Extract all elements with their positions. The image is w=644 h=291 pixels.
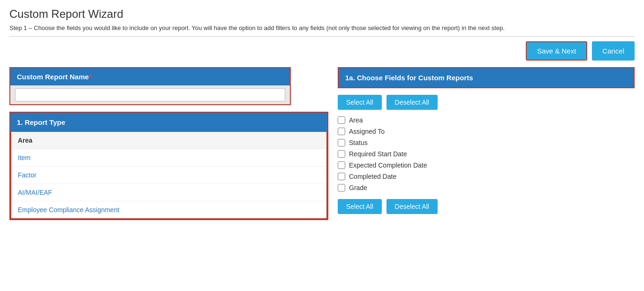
report-type-item-factor[interactable]: Factor xyxy=(11,167,326,184)
choose-fields-header: 1a. Choose Fields for Custom Reports xyxy=(339,68,634,87)
select-all-button-bottom[interactable]: Select All xyxy=(338,199,382,214)
field-label-area: Area xyxy=(349,116,363,124)
cancel-button[interactable]: Cancel xyxy=(592,41,635,61)
field-item-area: Area xyxy=(338,116,635,124)
custom-report-name-section: Custom Report Name* xyxy=(9,67,291,105)
required-marker: * xyxy=(89,73,91,81)
bottom-select-deselect-row: Select All Deselect All xyxy=(338,199,635,214)
field-checkbox-expected-completion-date[interactable] xyxy=(338,161,345,169)
field-item-required-start-date: Required Start Date xyxy=(338,150,635,158)
field-item-assigned-to: Assigned To xyxy=(338,128,635,135)
field-label-grade: Grade xyxy=(349,184,367,191)
report-type-section: 1. Report Type Area Item Factor AI/MAI/E… xyxy=(9,112,328,220)
field-label-expected-completion-date: Expected Completion Date xyxy=(349,161,427,169)
field-checkbox-completed-date[interactable] xyxy=(338,173,345,180)
save-next-button[interactable]: Save & Next xyxy=(526,41,587,61)
fields-list: Area Assigned To Status Required Start D… xyxy=(338,116,635,191)
left-panel: Custom Report Name* 1. Report Type Area … xyxy=(9,67,328,220)
report-type-list: Area Item Factor AI/MAI/EAF Employee Com… xyxy=(10,132,327,219)
custom-report-name-input[interactable] xyxy=(15,88,285,101)
field-item-grade: Grade xyxy=(338,184,635,191)
custom-report-name-input-wrap xyxy=(10,85,290,104)
main-content: Custom Report Name* 1. Report Type Area … xyxy=(9,67,635,220)
field-checkbox-area[interactable] xyxy=(338,116,345,124)
report-type-item-aimaiaf[interactable]: AI/MAI/EAF xyxy=(11,184,326,201)
field-label-completed-date: Completed Date xyxy=(349,173,396,180)
field-item-completed-date: Completed Date xyxy=(338,173,635,180)
deselect-all-button-top[interactable]: Deselect All xyxy=(386,95,438,110)
top-select-deselect-row: Select All Deselect All xyxy=(338,95,635,110)
report-type-item-item[interactable]: Item xyxy=(11,149,326,167)
field-checkbox-grade[interactable] xyxy=(338,184,345,191)
select-all-button-top[interactable]: Select All xyxy=(338,95,382,110)
report-type-item-employee-compliance[interactable]: Employee Compliance Assignment xyxy=(11,201,326,218)
report-type-header: 1. Report Type xyxy=(10,113,327,132)
right-panel: 1a. Choose Fields for Custom Reports Sel… xyxy=(338,67,635,220)
field-item-expected-completion-date: Expected Completion Date xyxy=(338,161,635,169)
field-checkbox-status[interactable] xyxy=(338,139,345,146)
step-description: Step 1 – Choose the fields you would lik… xyxy=(9,24,635,37)
choose-fields-header-wrap: 1a. Choose Fields for Custom Reports xyxy=(338,67,635,88)
field-label-assigned-to: Assigned To xyxy=(349,128,385,135)
field-item-status: Status xyxy=(338,139,635,146)
page-title: Custom Report Wizard xyxy=(9,8,635,21)
field-label-status: Status xyxy=(349,139,368,146)
custom-report-name-header: Custom Report Name* xyxy=(10,68,290,85)
page-wrapper: Custom Report Wizard Step 1 – Choose the… xyxy=(0,0,644,228)
field-label-required-start-date: Required Start Date xyxy=(349,150,407,158)
custom-report-name-label: Custom Report Name xyxy=(17,73,89,81)
field-checkbox-required-start-date[interactable] xyxy=(338,150,345,158)
report-type-item-area[interactable]: Area xyxy=(11,132,326,149)
field-checkbox-assigned-to[interactable] xyxy=(338,128,345,135)
top-actions: Save & Next Cancel xyxy=(9,41,635,61)
deselect-all-button-bottom[interactable]: Deselect All xyxy=(386,199,438,214)
